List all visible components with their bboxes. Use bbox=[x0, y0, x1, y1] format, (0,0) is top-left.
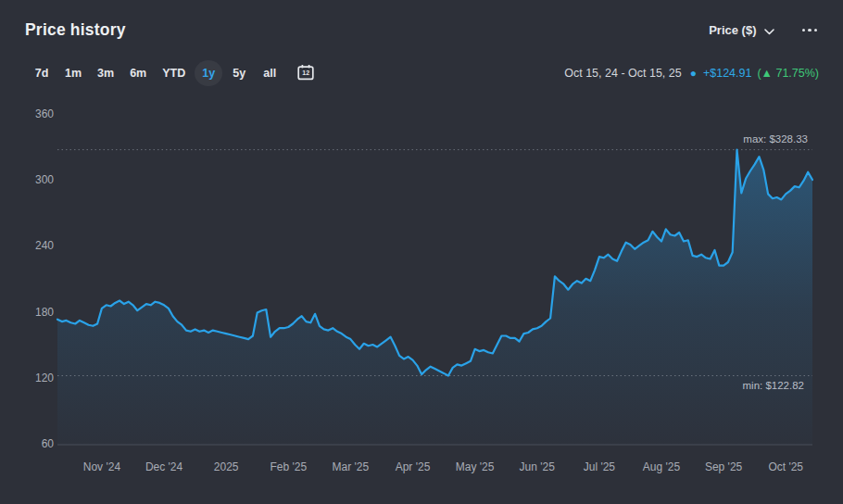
price-line-chart[interactable] bbox=[0, 0, 843, 504]
x-tick-label: Sep '25 bbox=[694, 460, 753, 473]
x-tick-label: Jul '25 bbox=[570, 460, 629, 473]
x-tick-label: Mar '25 bbox=[321, 460, 380, 473]
x-tick-label: Dec '24 bbox=[134, 460, 194, 473]
x-tick-label: May '25 bbox=[446, 460, 505, 473]
x-tick-label: Jun '25 bbox=[508, 460, 567, 473]
min-annotation: min: $122.82 bbox=[743, 380, 805, 391]
price-history-card: Price history Price ($) 7d1m3m6mYTD1y5ya… bbox=[0, 0, 843, 504]
x-tick-label: Aug '25 bbox=[632, 460, 691, 473]
price-chart[interactable]: 36030024018012060Nov '24Dec '242025Feb '… bbox=[0, 0, 843, 504]
max-annotation: max: $328.33 bbox=[743, 133, 808, 145]
y-tick-label: 360 bbox=[19, 107, 54, 120]
x-tick-label: Feb '25 bbox=[258, 460, 318, 473]
y-tick-label: 60 bbox=[19, 437, 54, 450]
x-tick-label: Oct '25 bbox=[756, 460, 815, 473]
y-tick-label: 120 bbox=[19, 372, 54, 384]
y-tick-label: 180 bbox=[19, 306, 54, 319]
x-tick-label: Nov '24 bbox=[72, 460, 132, 473]
y-tick-label: 300 bbox=[19, 173, 54, 186]
x-tick-label: Apr '25 bbox=[384, 460, 443, 473]
x-tick-label: 2025 bbox=[196, 460, 256, 473]
y-tick-label: 240 bbox=[19, 239, 54, 252]
